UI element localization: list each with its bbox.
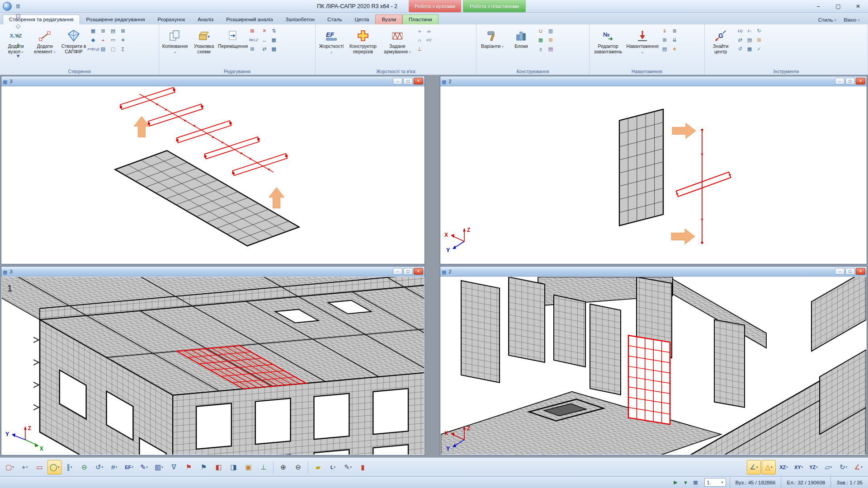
model-canvas-building[interactable]: 1 Z Y X xyxy=(2,277,424,455)
sapphire-import-icon[interactable]: ◆ xyxy=(89,36,98,44)
filter-button[interactable]: ∇ xyxy=(167,460,181,474)
reinforcement-button[interactable]: Задане армування xyxy=(381,26,414,66)
check-icon[interactable]: ✓ xyxy=(755,45,764,53)
zoom-out-button[interactable]: ⊖ xyxy=(291,460,305,474)
find-center-button[interactable]: G Знайти центр xyxy=(707,26,735,66)
load-list-icon[interactable]: ≣ xyxy=(670,27,679,35)
delete-icon[interactable]: ⊠ xyxy=(248,27,257,35)
lock-view-button[interactable]: ▣ xyxy=(241,460,255,474)
tab-plastyny[interactable]: Пластини xyxy=(402,14,439,24)
selection-pointer-button[interactable]: + xyxy=(18,460,32,474)
material-icon[interactable]: ⊔ xyxy=(536,27,545,35)
selection-columns-button[interactable]: ∥ xyxy=(62,460,76,474)
hinges-icon[interactable]: ≈ xyxy=(415,27,424,35)
projection-button[interactable]: ▱ xyxy=(821,460,835,474)
load-editor-button[interactable]: № Редактор завантажень xyxy=(591,26,625,66)
view-isometric-button[interactable]: △ xyxy=(762,460,776,474)
add-solid-icon[interactable]: ⊠ xyxy=(118,27,127,35)
selection-window-button[interactable]: ▭ xyxy=(33,460,47,474)
stretch-icon[interactable]: ↔ xyxy=(260,36,269,44)
sum-icon[interactable]: Σ xyxy=(118,45,127,53)
viewport-restore-icon[interactable] xyxy=(845,268,855,275)
window-menu[interactable]: Вікно xyxy=(844,17,860,23)
create-in-sapfir-button[interactable]: Створити в САПФІР xyxy=(60,26,88,66)
exchange-icon[interactable]: ⇄ xyxy=(736,36,745,44)
anchor-button[interactable]: ⊥ xyxy=(256,460,270,474)
snap-icon[interactable]: ∗ xyxy=(118,36,127,44)
table-icon[interactable]: ▤ xyxy=(745,36,754,44)
viewport-minimize-icon[interactable] xyxy=(393,78,402,84)
space-rotate-button[interactable]: ∠ xyxy=(851,460,865,474)
status-down-icon[interactable]: ▼ xyxy=(681,478,691,487)
contour-icon[interactable]: ▢ xyxy=(108,45,118,53)
fragment-restore-button[interactable]: ⚑ xyxy=(197,460,211,474)
variants-button[interactable]: Варіанти xyxy=(478,26,506,66)
style-menu[interactable]: Стиль xyxy=(818,17,836,23)
view-xy-button[interactable]: XY xyxy=(792,460,806,474)
grid-icon[interactable]: ▦ xyxy=(745,45,754,53)
model-canvas-slab[interactable] xyxy=(2,87,424,263)
section-icon[interactable]: ▥ xyxy=(546,27,555,35)
surface-function-icon[interactable]: z=f(x,y) xyxy=(89,45,98,53)
minimize-icon[interactable] xyxy=(808,0,828,12)
viewport-close-icon[interactable] xyxy=(414,268,423,275)
diagram-button[interactable]: ▥ xyxy=(152,460,166,474)
rotate-selection-button[interactable]: ↺ xyxy=(92,460,106,474)
renumber-icon[interactable]: №1,2 xyxy=(248,36,259,44)
plus-minus-icon[interactable]: ± xyxy=(536,45,545,53)
load-snow-icon[interactable]: ∗ xyxy=(670,45,679,53)
refine-mesh-icon[interactable]: ▦ xyxy=(269,36,278,44)
viewport-titlebar[interactable]: 2 xyxy=(440,76,867,86)
selection-rows-button[interactable]: ⊖ xyxy=(77,460,91,474)
tab-stal[interactable]: Сталь xyxy=(321,14,349,24)
viewport-close-icon[interactable] xyxy=(414,78,423,84)
viewport-close-icon[interactable] xyxy=(856,268,865,275)
tab-rozrakhunok[interactable]: Розрахунок xyxy=(151,14,191,24)
mirror-icon[interactable]: ⇄ xyxy=(260,45,269,53)
add-plate-icon[interactable]: ▤ xyxy=(108,27,118,35)
package-icon[interactable]: ⊡ xyxy=(14,11,23,21)
viewport-titlebar[interactable]: 3 xyxy=(1,76,425,86)
rigid-links-icon[interactable]: ∞ xyxy=(425,27,434,35)
load-down-icon[interactable]: ⇓ xyxy=(660,27,669,35)
hide-fragment-button[interactable]: ◨ xyxy=(226,460,241,474)
draw-options-button[interactable]: ✎ xyxy=(137,460,151,474)
numbering-icon[interactable]: 12) xyxy=(736,27,745,35)
viewport-restore-icon[interactable] xyxy=(845,78,855,84)
add-bar-icon[interactable]: ▭ xyxy=(108,36,118,44)
add-node-button[interactable]: X,Y,Z Додати вузол xyxy=(2,26,30,66)
measure-icon[interactable]: ⊞ xyxy=(755,36,764,44)
hatch-mesh-icon[interactable]: ▧ xyxy=(99,45,108,53)
section-constructor-button[interactable]: Конструктор перерізів xyxy=(346,26,380,66)
supports-icon[interactable]: ⊥ xyxy=(415,45,424,53)
add-frame-icon[interactable]: ⊞ xyxy=(99,27,108,35)
recalc-icon[interactable]: ↺ xyxy=(736,45,745,53)
viewport-restore-icon[interactable] xyxy=(403,268,413,275)
viewport-titlebar[interactable]: 2 xyxy=(440,267,867,277)
load-pair-icon[interactable]: ⇊ xyxy=(670,36,679,44)
maximize-icon[interactable] xyxy=(828,0,848,12)
viewport-minimize-icon[interactable] xyxy=(835,268,844,275)
green-mesh-icon[interactable]: ▦ xyxy=(536,36,545,44)
tab-analiz[interactable]: Аналіз xyxy=(191,14,220,24)
layers-icon[interactable]: ≣ xyxy=(14,1,23,11)
invert-fragment-button[interactable]: ◧ xyxy=(212,460,226,474)
stiffness-button[interactable]: EF Жорсткості xyxy=(317,26,345,66)
model-canvas-walls[interactable]: Z X Y xyxy=(441,277,866,455)
sum-loads-icon[interactable]: Σ↓ xyxy=(745,27,754,35)
loadcase-selector[interactable]: 1. xyxy=(704,478,726,487)
viewport-restore-icon[interactable] xyxy=(403,78,413,84)
highlight-button[interactable]: ▰ xyxy=(311,460,325,474)
load-plate-icon[interactable]: ▤ xyxy=(660,45,669,53)
viewport-titlebar[interactable]: 3 xyxy=(1,267,425,277)
erase-icon[interactable]: ✕ xyxy=(260,27,269,35)
pencil-button[interactable]: ✎ xyxy=(341,460,355,474)
status-cursor-icon[interactable]: ▶ xyxy=(671,478,681,487)
model-canvas-wall[interactable]: Z X Y xyxy=(441,87,866,263)
viewport-close-icon[interactable] xyxy=(856,78,865,84)
tab-rozshyrenyi-analiz[interactable]: Розширений аналіз xyxy=(220,14,279,24)
loads-button[interactable]: Навантаження xyxy=(626,26,659,66)
add-element-button[interactable]: Додати елемент xyxy=(31,26,59,66)
zoom-in-button[interactable]: ⊕ xyxy=(276,460,290,474)
tab-zalizobeton[interactable]: Залізобетон xyxy=(279,14,321,24)
